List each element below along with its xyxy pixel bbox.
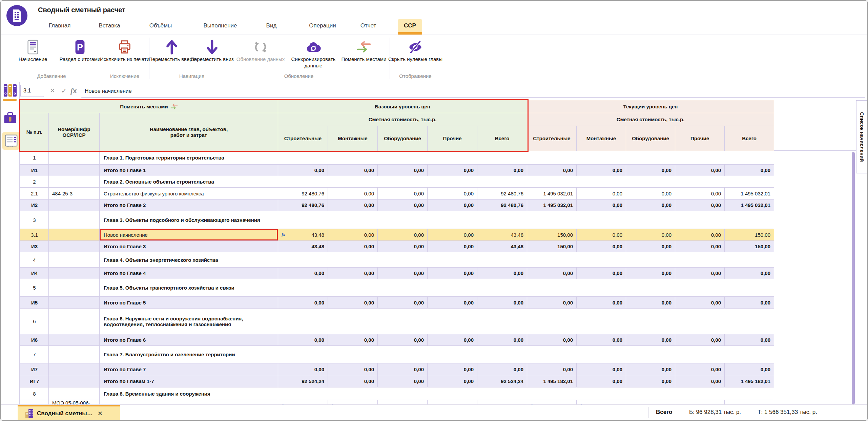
cell-num[interactable]: И1 [20,165,49,176]
cell-num[interactable]: 2 [20,176,49,188]
cell-current-2[interactable]: 0,00 [626,188,675,199]
sidebar-briefcase-icon[interactable] [2,111,18,126]
tab-выполнение[interactable]: Выполнение [198,19,243,32]
cell-code[interactable] [49,375,100,387]
formula-input[interactable] [81,85,865,98]
cell-current-3[interactable]: 0,00 [675,375,725,387]
cell-base-0[interactable]: 92 480,76 [278,188,328,199]
cell-current-1[interactable]: 0,00 [577,297,626,309]
cell-base-4[interactable]: 0,00 [477,334,527,346]
cell-current-3[interactable]: 0,00 [675,199,725,211]
cell-name[interactable]: Глава 6. Наружные сети и сооружения водо… [100,309,278,334]
sidebar-sheet-icon[interactable] [2,132,20,150]
cell-code[interactable] [49,151,100,165]
cell-base-1[interactable]: 0,00 [328,268,378,279]
cell-base-0[interactable]: 0,00 [278,363,328,375]
formula-cancel-icon[interactable]: ✕ [47,85,58,97]
cell-base-4[interactable]: 92 480,76 [477,199,527,211]
cell-current-2[interactable]: 0,00 [626,199,675,211]
cell-current-4[interactable]: 0,00 [725,297,774,309]
cell-num[interactable]: 7 [20,346,49,363]
document-tab[interactable]: Сводный сметны… ✕ [18,405,120,420]
cell-base-3[interactable]: 0,00 [428,297,477,309]
cell-current-0[interactable]: 1 495 182,01 [527,375,577,387]
cell-num[interactable]: И6 [20,334,49,346]
cell-current-1[interactable]: 0,00 [577,241,626,252]
cell-name[interactable]: Глава 1. Подготовка территории строитель… [100,151,278,165]
cell-base-2[interactable]: 0,00 [378,165,428,176]
cell-code[interactable] [49,297,100,309]
cell-base-4[interactable]: 92 480,76 [477,188,527,199]
cell-code[interactable] [49,279,100,297]
cell-name[interactable]: Глава 3. Объекты подсобного и обслуживаю… [100,211,278,229]
cell-code[interactable] [49,176,100,188]
cell-current-3[interactable]: 0,00 [675,363,725,375]
cell-current-4[interactable]: 0,00 [725,268,774,279]
cell-current-4[interactable]: 1 495 182,01 [725,375,774,387]
cell-current-0[interactable]: 0,00 [527,363,577,375]
cell-base-2[interactable]: 0,00 [378,188,428,199]
cell-code[interactable] [49,334,100,346]
tab-объёмы[interactable]: Объёмы [143,19,178,32]
cell-code[interactable] [49,363,100,375]
cell-code[interactable] [49,387,100,400]
cell-values-empty[interactable] [278,309,774,334]
cell-current-0[interactable]: 150,00 [527,241,577,252]
cell-current-2[interactable]: 0,00 [626,297,675,309]
cell-base-0[interactable]: 92 480,76 [278,199,328,211]
cell-base-2[interactable]: 0,00 [378,375,428,387]
cell-current-2[interactable]: 0,00 [626,375,675,387]
cell-current-4[interactable]: 0,00 [725,334,774,346]
cell-current-1[interactable]: 0,00 [577,165,626,176]
cell-code[interactable]: 484-25-3 [49,188,100,199]
cell-values-empty[interactable] [278,151,774,165]
cell-base-1[interactable]: 0,00 [328,241,378,252]
cell-current-3[interactable]: 0,00 [675,334,725,346]
cell-num[interactable]: 2.1 [20,188,49,199]
cell-current-1[interactable]: 0,00 [577,375,626,387]
cell-name[interactable]: Новое начисление [100,229,278,241]
cell-current-2[interactable]: 0,00 [626,165,675,176]
cell-base-2[interactable]: 0,00 [378,229,428,241]
cell-values-empty[interactable] [278,346,774,363]
document-tab-close-icon[interactable]: ✕ [98,410,103,417]
cell-base-0[interactable]: 92 524,24 [278,375,328,387]
cell-base-3[interactable]: 0,00 [428,268,477,279]
cell-current-1[interactable]: 0,00 [577,334,626,346]
cell-base-3[interactable]: 0,00 [428,229,477,241]
cell-base-4[interactable]: 0,00 [477,363,527,375]
cell-num[interactable]: И2 [20,199,49,211]
cell-current-0[interactable]: 0,00 [527,297,577,309]
tab-accrual-list[interactable]: Список начислений [856,100,867,173]
cell-base-4[interactable]: 43,48 [477,241,527,252]
cell-base-3[interactable]: 0,00 [428,334,477,346]
cell-num[interactable]: 8 [20,387,49,400]
cell-base-1[interactable]: 0,00 [328,165,378,176]
cell-base-1[interactable]: 0,00 [328,375,378,387]
cell-base-2[interactable]: 0,00 [378,268,428,279]
cell-name[interactable]: Итого по Главе 3 [100,241,278,252]
cell-base-0[interactable]: 0,00 [278,297,328,309]
cell-current-2[interactable]: 0,00 [626,363,675,375]
cell-name[interactable]: Глава 2. Основные объекты строительства [100,176,278,188]
cell-code[interactable] [49,211,100,229]
tab-главная[interactable]: Главная [43,19,77,32]
cell-base-1[interactable]: 0,00 [328,297,378,309]
cell-code[interactable] [49,199,100,211]
cell-current-2[interactable]: 0,00 [626,241,675,252]
cell-current-0[interactable]: 0,00 [527,268,577,279]
vertical-scrollbar-thumb[interactable] [852,152,855,404]
cell-base-0[interactable]: 43,48 [278,241,328,252]
header-swap-button[interactable]: Поменять местами [20,100,278,113]
cell-base-1[interactable]: 0,00 [328,334,378,346]
cell-current-2[interactable]: 0,00 [626,268,675,279]
cell-current-0[interactable]: 0,00 [527,165,577,176]
cell-current-1[interactable]: 0,00 [577,188,626,199]
tab-вид[interactable]: Вид [260,19,283,32]
cell-current-0[interactable]: 1 495 032,01 [527,199,577,211]
cell-current-1[interactable]: 0,00 [577,229,626,241]
cell-base-1[interactable]: 0,00 [328,188,378,199]
cell-code[interactable] [49,309,100,334]
cell-current-2[interactable]: 0,00 [626,229,675,241]
cell-current-3[interactable]: 0,00 [675,229,725,241]
